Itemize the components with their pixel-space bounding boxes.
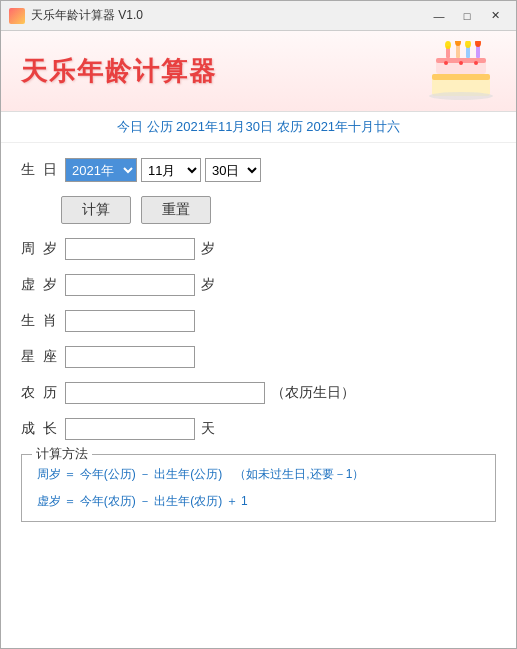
xunisu-unit: 岁	[201, 276, 215, 294]
minimize-button[interactable]: —	[426, 6, 452, 26]
buttons-row: 计算 重置	[61, 196, 496, 224]
today-text: 今日 公历 2021年11月30日 农历 2021年十月廿六	[117, 119, 400, 134]
shengxiao-row: 生肖	[21, 310, 496, 332]
svg-point-4	[445, 41, 451, 49]
title-bar: 天乐年龄计算器 V1.0 — □ ✕	[1, 1, 516, 31]
xingzuo-label: 星座	[21, 348, 57, 366]
zhousu-input[interactable]	[65, 238, 195, 260]
calc-button[interactable]: 计算	[61, 196, 131, 224]
formula2: 虚岁 ＝ 今年(农历) － 出生年(农历) ＋ 1	[37, 492, 480, 511]
svg-point-10	[444, 61, 448, 65]
svg-point-15	[429, 92, 493, 100]
svg-point-12	[474, 61, 478, 65]
window-title: 天乐年龄计算器 V1.0	[31, 7, 426, 24]
xingzuo-input[interactable]	[65, 346, 195, 368]
nongli-label: 农历	[21, 384, 57, 402]
zhousu-label: 周岁	[21, 240, 57, 258]
svg-rect-14	[432, 74, 490, 80]
xunisu-label: 虚岁	[21, 276, 57, 294]
app-title: 天乐年龄计算器	[21, 54, 217, 89]
birthday-row: 生日 2021年 2020年 2019年 2000年 1990年 11月 1月 …	[21, 158, 496, 182]
main-window: 天乐年龄计算器 V1.0 — □ ✕ 天乐年龄计算器	[0, 0, 517, 649]
shengxiao-label: 生肖	[21, 312, 57, 330]
shengxiao-input[interactable]	[65, 310, 195, 332]
reset-button[interactable]: 重置	[141, 196, 211, 224]
xunisu-row: 虚岁 岁	[21, 274, 496, 296]
svg-point-6	[465, 41, 471, 48]
svg-point-7	[475, 41, 481, 47]
nongli-hint: （农历生日）	[271, 384, 355, 402]
zhousu-row: 周岁 岁	[21, 238, 496, 260]
close-button[interactable]: ✕	[482, 6, 508, 26]
maximize-button[interactable]: □	[454, 6, 480, 26]
header-banner: 天乐年龄计算器	[1, 31, 516, 112]
chengzhang-label: 成长	[21, 420, 57, 438]
xingzuo-row: 星座	[21, 346, 496, 368]
cake-image	[426, 41, 496, 101]
chengzhang-row: 成长 天	[21, 418, 496, 440]
birthday-label: 生日	[21, 161, 57, 179]
section-title: 计算方法	[32, 445, 92, 463]
zhousu-unit: 岁	[201, 240, 215, 258]
month-select[interactable]: 11月 1月 2月 3月 12月	[141, 158, 201, 182]
svg-point-11	[459, 61, 463, 65]
chengzhang-unit: 天	[201, 420, 215, 438]
day-select[interactable]: 30日 1日 15日 28日	[205, 158, 261, 182]
nongli-row: 农历 （农历生日）	[21, 382, 496, 404]
content-area: 生日 2021年 2020年 2019年 2000年 1990年 11月 1月 …	[1, 143, 516, 648]
nongli-input[interactable]	[65, 382, 265, 404]
chengzhang-input[interactable]	[65, 418, 195, 440]
app-icon	[9, 8, 25, 24]
xunisu-input[interactable]	[65, 274, 195, 296]
today-bar: 今日 公历 2021年11月30日 农历 2021年十月廿六	[1, 112, 516, 143]
svg-point-5	[455, 41, 461, 46]
year-select[interactable]: 2021年 2020年 2019年 2000年 1990年	[65, 158, 137, 182]
calc-method-section: 计算方法 周岁 ＝ 今年(公历) － 出生年(公历) （如未过生日,还要－1） …	[21, 454, 496, 522]
formula1: 周岁 ＝ 今年(公历) － 出生年(公历) （如未过生日,还要－1）	[37, 465, 480, 484]
window-controls: — □ ✕	[426, 6, 508, 26]
